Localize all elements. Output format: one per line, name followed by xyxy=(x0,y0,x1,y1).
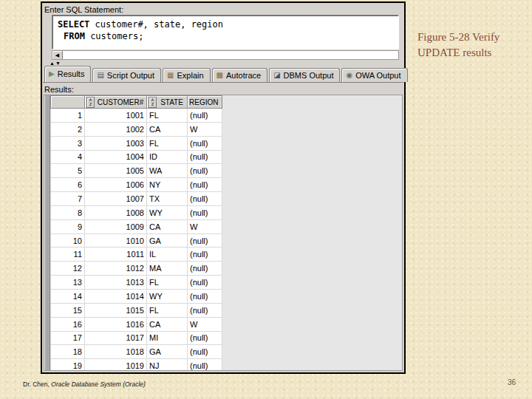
column-header-label: STATE xyxy=(158,98,185,106)
table-row: 41004ID(null) xyxy=(51,150,222,164)
row-number: 7 xyxy=(51,192,85,206)
cell-region: (null) xyxy=(188,276,222,290)
cell-region: (null) xyxy=(188,233,222,248)
cell-customer: 1015 xyxy=(85,303,147,317)
sql-text: customer#, state, region xyxy=(89,19,223,30)
row-number: 4 xyxy=(51,150,85,164)
cell-state: FL xyxy=(147,109,188,123)
column-header-region[interactable]: REGION xyxy=(188,96,222,109)
explain-icon: ▦ xyxy=(167,72,174,79)
row-number: 17 xyxy=(51,331,85,345)
table-row: 191019NJ(null) xyxy=(51,359,222,371)
cell-state: NJ xyxy=(147,359,188,371)
table-row: 161016CAW xyxy=(51,317,222,331)
cell-state: ID xyxy=(147,150,188,164)
results-tbody: 11001FL(null)21002CAW31003FL(null)41004I… xyxy=(51,109,222,372)
cell-state: WY xyxy=(147,289,188,303)
cell-state: FL xyxy=(147,276,188,290)
sql-line: FROM customers; xyxy=(58,31,143,41)
tab-script-output[interactable]: ▤Script Output xyxy=(92,68,161,82)
slide-footer: Dr. Chen, Oracle Database System (Oracle… xyxy=(23,381,146,388)
tab-explain[interactable]: ▦Explain xyxy=(163,68,211,82)
cell-state: MA xyxy=(147,262,188,276)
sort-letter-z: Z xyxy=(149,102,156,106)
table-row: 101010GA(null) xyxy=(51,233,222,248)
cell-region: (null) xyxy=(188,359,222,371)
column-header-customer[interactable]: AZ CUSTOMER# xyxy=(85,96,147,109)
cell-region: (null) xyxy=(188,345,222,359)
row-number: 2 xyxy=(51,122,85,136)
tab-label: DBMS Output xyxy=(284,71,334,80)
cell-customer: 1010 xyxy=(85,233,147,248)
cell-customer: 1013 xyxy=(85,276,147,290)
cell-customer: 1017 xyxy=(85,331,147,345)
column-header-state[interactable]: AZ STATE xyxy=(147,96,188,109)
cell-region: (null) xyxy=(188,205,222,219)
tab-results[interactable]: ▶Results xyxy=(44,66,91,82)
table-row: 21002CAW xyxy=(51,122,222,136)
tab-dbms-output[interactable]: ◪DBMS Output xyxy=(269,68,340,82)
sql-statement-input[interactable]: SELECT customer#, state, region FROM cus… xyxy=(52,15,399,50)
cell-region: (null) xyxy=(188,331,222,345)
dbms-output-icon: ◪ xyxy=(273,72,280,79)
row-number: 12 xyxy=(51,262,85,276)
cell-customer: 1003 xyxy=(85,136,147,150)
sql-keyword: SELECT xyxy=(58,19,89,30)
splitter-down-icon[interactable]: ▼ xyxy=(55,61,61,66)
tab-autotrace[interactable]: ▩Autotrace xyxy=(212,68,268,82)
cell-region: (null) xyxy=(188,262,222,276)
tab-owa-output[interactable]: ◉OWA Output xyxy=(341,68,407,82)
cell-customer: 1006 xyxy=(85,178,147,192)
row-number: 18 xyxy=(51,345,85,359)
cell-state: FL xyxy=(147,303,188,317)
row-number: 6 xyxy=(51,178,85,192)
sort-icon[interactable]: AZ xyxy=(86,97,95,108)
table-row: 121012MA(null) xyxy=(51,262,222,276)
cell-customer: 1008 xyxy=(85,205,147,219)
row-number: 8 xyxy=(51,205,85,219)
table-header-row: AZ CUSTOMER# AZ STATE REGION xyxy=(51,96,222,109)
row-number: 5 xyxy=(51,164,85,178)
cell-customer: 1004 xyxy=(85,150,147,164)
sort-letter-z: Z xyxy=(87,102,94,106)
row-number: 9 xyxy=(51,219,85,233)
tab-label: OWA Output xyxy=(355,71,400,80)
cell-state: WY xyxy=(147,205,188,219)
cell-customer: 1016 xyxy=(85,317,147,331)
sql-line: SELECT customer#, state, region xyxy=(58,19,223,30)
cell-customer: 1011 xyxy=(85,248,147,262)
table-row: 111011IL(null) xyxy=(51,248,222,262)
scroll-left-icon[interactable]: ◀ xyxy=(52,51,63,59)
vertical-scrollbar[interactable] xyxy=(44,95,50,370)
row-number: 15 xyxy=(51,303,85,317)
cell-state: GA xyxy=(147,345,188,359)
table-row: 131013FL(null) xyxy=(51,276,222,290)
cell-state: MI xyxy=(147,331,188,345)
cell-region: (null) xyxy=(188,289,222,303)
footer-author: Dr. Chen, xyxy=(23,381,51,388)
cell-region: (null) xyxy=(188,136,222,150)
column-header-label: CUSTOMER# xyxy=(96,98,145,106)
cell-region: (null) xyxy=(188,248,222,262)
row-number: 11 xyxy=(51,248,85,262)
cell-customer: 1014 xyxy=(85,289,147,303)
splitter-up-icon[interactable]: ▲ xyxy=(50,61,55,66)
cell-state: TX xyxy=(147,192,188,206)
run-icon: ▶ xyxy=(49,70,55,78)
cell-region: (null) xyxy=(188,178,222,192)
table-row: 81008WY(null) xyxy=(51,205,222,219)
cell-customer: 1007 xyxy=(85,192,147,206)
tab-label: Explain xyxy=(177,71,204,80)
sort-icon[interactable]: AZ xyxy=(149,97,157,108)
figure-caption-line1: Figure 5-28 Verify xyxy=(417,30,532,45)
cell-state: CA xyxy=(147,122,188,136)
results-grid: AZ CUSTOMER# AZ STATE REGION 11001FL(nul… xyxy=(44,95,403,371)
horizontal-scrollbar[interactable]: ◀ xyxy=(52,50,399,60)
row-number: 19 xyxy=(51,359,85,371)
cell-region: W xyxy=(188,122,222,136)
cell-state: IL xyxy=(147,248,188,262)
row-number: 13 xyxy=(51,276,85,290)
autotrace-icon: ▩ xyxy=(216,72,223,79)
table-row: 91009CAW xyxy=(51,219,222,233)
cell-state: WA xyxy=(147,164,188,178)
